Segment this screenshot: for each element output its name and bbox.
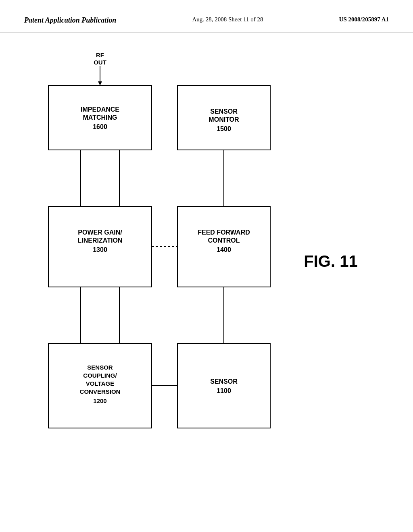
sensor-coupling-label2: COUPLING/ [83, 372, 117, 379]
sensor-label2: 1100 [217, 387, 231, 394]
power-gain-label1: POWER GAIN/ [78, 229, 122, 236]
sheet-info: Aug. 28, 2008 Sheet 11 of 28 [192, 16, 263, 23]
sensor-coupling-label4: CONVERSION [80, 388, 121, 395]
svg-marker-1 [98, 81, 102, 85]
fig-label: FIG. 11 [304, 252, 357, 270]
sensor-monitor-label3: 1500 [217, 125, 231, 132]
impedance-label2: MATCHING [83, 114, 117, 121]
diagram-area: RF OUT IMPEDANCE MATCHING 1600 SENSOR MO… [0, 33, 413, 517]
power-gain-label2: LINERIZATION [78, 237, 123, 244]
block-diagram: RF OUT IMPEDANCE MATCHING 1600 SENSOR MO… [0, 33, 413, 517]
publication-title: Patent Application Publication [24, 16, 116, 25]
sensor-label1: SENSOR [210, 378, 238, 385]
sensor-monitor-label1: SENSOR [210, 108, 238, 115]
rf-out-label: RF [96, 52, 104, 58]
power-gain-label3: 1300 [93, 246, 107, 253]
impedance-label1: IMPEDANCE [81, 106, 119, 113]
feed-forward-label2: CONTROL [208, 237, 240, 244]
page-header: Patent Application Publication Aug. 28, … [0, 0, 413, 33]
sensor-coupling-label1: SENSOR [87, 364, 113, 371]
sensor-coupling-label3: VOLTAGE [86, 380, 114, 387]
feed-forward-label1: FEED FORWARD [198, 229, 250, 236]
patent-number: US 2008/205897 A1 [339, 16, 389, 23]
sensor-box [177, 343, 270, 428]
rf-out-label2: OUT [94, 59, 106, 66]
feed-forward-label3: 1400 [217, 246, 231, 253]
sensor-monitor-label2: MONITOR [209, 116, 239, 123]
impedance-label3: 1600 [93, 123, 107, 130]
sensor-coupling-label5: 1200 [93, 397, 106, 404]
